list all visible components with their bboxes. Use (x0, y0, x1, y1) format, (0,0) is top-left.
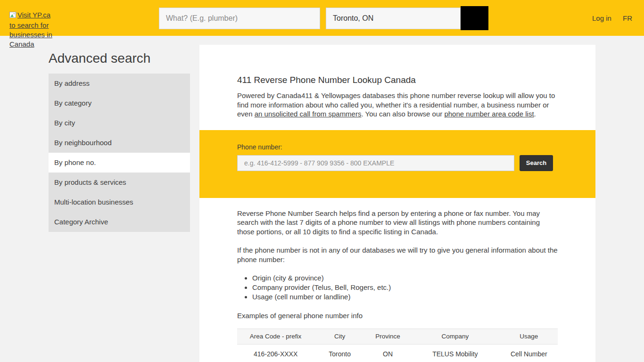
what-search-input[interactable] (159, 8, 320, 29)
intro-text-middle: . You can also browse our (361, 110, 444, 118)
description-paragraph-1: Reverse Phone Number Search helps find a… (237, 209, 558, 237)
phone-info-table: Area Code - prefix City Province Company… (237, 329, 558, 362)
sidebar-item-by-city[interactable]: By city (49, 113, 190, 133)
header-area-code-prefix: Area Code - prefix (237, 329, 314, 344)
cell-area-code-prefix: 416-206-XXXX (237, 344, 314, 362)
intro-text-after: . (534, 110, 536, 118)
yp-logo-link[interactable]: Visit YP.ca to search for businesses in … (9, 10, 58, 49)
sidebar-item-by-neighbourhood[interactable]: By neighbourhood (49, 133, 190, 153)
phone-lookup-panel: Phone number: Search (199, 130, 595, 198)
table-row: 416-206-XXXX Toronto ON TELUS Mobility C… (237, 344, 558, 362)
cell-city: Toronto (314, 344, 365, 362)
broken-image-icon (9, 11, 17, 21)
header-province: Province (365, 329, 410, 344)
sidebar-item-by-address[interactable]: By address (49, 74, 190, 93)
phone-info-bullet-list: Origin (city & province) Company provide… (237, 273, 558, 301)
header-company: Company (410, 329, 500, 344)
intro-paragraph: Powered by Canada411 & Yellowpages datab… (237, 91, 558, 119)
cell-province: ON (365, 344, 410, 362)
list-item-provider: Company provider (Telus, Bell, Rogers, e… (252, 283, 558, 292)
phone-search-button[interactable]: Search (520, 155, 553, 171)
sidebar-item-by-phone-no[interactable]: By phone no. (49, 153, 190, 173)
cell-usage: Cell Number (500, 344, 558, 362)
phone-number-input[interactable] (237, 155, 514, 171)
examples-caption: Examples of general phone number info (237, 311, 558, 321)
spammers-link[interactable]: an unsolicited call from spammers (255, 110, 362, 118)
sidebar-item-by-products-services[interactable]: By products & services (49, 173, 190, 192)
header-city: City (314, 329, 365, 344)
table-header-row: Area Code - prefix City Province Company… (237, 329, 558, 344)
main-content-card: 411 Reverse Phone Number Lookup Canada P… (199, 45, 595, 362)
advanced-search-title: Advanced search (49, 51, 150, 66)
phone-number-label: Phone number: (237, 143, 553, 151)
site-header (0, 0, 644, 36)
cell-company: TELUS Mobility (410, 344, 500, 362)
sidebar-item-by-category[interactable]: By category (49, 93, 190, 113)
header-search-button[interactable] (461, 6, 488, 30)
where-search-input[interactable] (326, 8, 461, 29)
list-item-origin: Origin (city & province) (252, 273, 558, 283)
login-link[interactable]: Log in (592, 14, 611, 22)
sidebar-item-category-archive[interactable]: Category Archive (49, 212, 190, 232)
language-toggle-fr[interactable]: FR (623, 14, 632, 22)
page-title: 411 Reverse Phone Number Lookup Canada (237, 75, 558, 85)
sidebar-item-multi-location[interactable]: Multi-location businesses (49, 192, 190, 212)
list-item-usage: Usage (cell number or landline) (252, 292, 558, 302)
header-usage: Usage (500, 329, 558, 344)
advanced-search-menu: By address By category By city By neighb… (49, 74, 190, 232)
description-paragraph-2: If the phone number is not in any of our… (237, 246, 558, 264)
area-code-list-link[interactable]: phone number area code list (444, 110, 534, 118)
